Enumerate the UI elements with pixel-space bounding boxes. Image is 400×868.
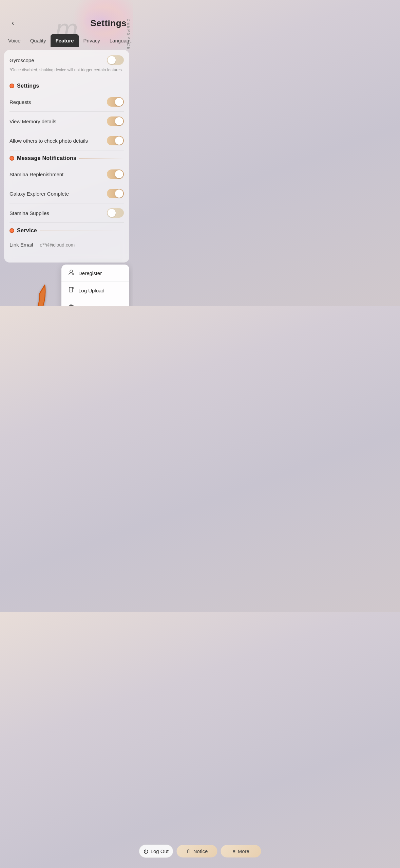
stamina-supplies-row: Stamina Supplies	[4, 203, 129, 222]
dropdown-log-upload[interactable]: Log Upload	[61, 282, 129, 299]
dropdown-redeem-code[interactable]: Redeem Code	[61, 299, 129, 306]
svg-point-0	[70, 270, 73, 273]
service-section-header: Service	[4, 223, 129, 237]
svg-rect-3	[69, 287, 73, 292]
stamina-supplies-toggle[interactable]	[107, 208, 124, 218]
gyroscope-label: Gyroscope	[9, 57, 34, 63]
allow-photo-row: Allow others to check photo details	[4, 131, 129, 150]
back-icon: ‹	[12, 19, 14, 28]
main-content-card: Gyroscope *Once disabled, shaking device…	[4, 50, 129, 263]
service-section-wrapper: Service Link Email e**i@icloud.com Dereg…	[4, 223, 129, 263]
view-memory-row: View Memory details	[4, 112, 129, 131]
allow-photo-toggle[interactable]	[107, 136, 124, 145]
stamina-replenishment-toggle[interactable]	[107, 169, 124, 179]
stamina-replenishment-toggle-knob	[115, 170, 123, 178]
tab-voice[interactable]: Voice	[3, 34, 25, 47]
galaxy-explorer-toggle[interactable]	[107, 189, 124, 198]
gyroscope-toggle[interactable]	[107, 55, 124, 65]
log-upload-label: Log Upload	[78, 288, 104, 293]
gyroscope-toggle-knob	[108, 56, 116, 64]
allow-photo-toggle-knob	[115, 137, 123, 145]
galaxy-explorer-row: Galaxy Explorer Complete	[4, 184, 129, 203]
redeem-code-icon	[68, 304, 75, 306]
message-section-line	[79, 158, 124, 159]
view-memory-toggle-knob	[115, 117, 123, 125]
settings-section-line	[42, 86, 124, 86]
settings-section-header: Settings	[4, 78, 129, 92]
tab-privacy[interactable]: Privacy	[79, 34, 105, 47]
settings-dot	[9, 84, 14, 88]
tab-quality[interactable]: Quality	[25, 34, 51, 47]
back-button[interactable]: ‹	[7, 17, 19, 29]
deregister-icon	[68, 269, 75, 277]
message-notifications-section-header: Message Notifications	[4, 150, 129, 165]
tab-feature[interactable]: Feature	[51, 34, 78, 47]
stamina-replenishment-row: Stamina Replenishment	[4, 165, 129, 184]
settings-section-title: Settings	[17, 83, 39, 89]
message-notifications-title: Message Notifications	[17, 155, 76, 161]
requests-toggle-knob	[115, 98, 123, 106]
stamina-replenishment-label: Stamina Replenishment	[9, 171, 63, 177]
requests-label: Requests	[9, 99, 31, 105]
dropdown-menu: Deregister Log Upload	[61, 265, 129, 306]
message-dot	[9, 156, 14, 161]
page-title: Settings	[90, 18, 127, 29]
service-section-line	[40, 231, 124, 231]
deregister-label: Deregister	[78, 270, 102, 276]
galaxy-explorer-toggle-knob	[115, 189, 123, 198]
dropdown-deregister[interactable]: Deregister	[61, 265, 129, 282]
header: ‹ Settings DEEPSPACE	[0, 0, 133, 33]
stamina-supplies-label: Stamina Supplies	[9, 210, 49, 216]
galaxy-explorer-label: Galaxy Explorer Complete	[9, 191, 69, 197]
redeem-code-label: Redeem Code	[78, 305, 111, 306]
service-dot	[9, 228, 14, 233]
gyroscope-row: Gyroscope	[4, 50, 129, 67]
link-email-value: e**i@icloud.com	[40, 242, 75, 248]
allow-photo-label: Allow others to check photo details	[9, 138, 88, 144]
gyroscope-note: *Once disabled, shaking device will not …	[4, 67, 129, 78]
svg-rect-6	[69, 306, 74, 306]
requests-row: Requests	[4, 92, 129, 111]
requests-toggle[interactable]	[107, 97, 124, 107]
log-upload-icon	[68, 287, 75, 294]
tab-language[interactable]: Languag…	[105, 34, 133, 47]
stamina-supplies-toggle-knob	[108, 209, 116, 217]
link-email-label: Link Email	[9, 242, 33, 248]
link-email-row: Link Email e**i@icloud.com	[4, 237, 129, 252]
service-section-title: Service	[17, 228, 37, 234]
view-memory-label: View Memory details	[9, 119, 56, 124]
view-memory-toggle[interactable]	[107, 116, 124, 126]
tab-bar: Voice Quality Feature Privacy Languag…	[0, 34, 133, 47]
